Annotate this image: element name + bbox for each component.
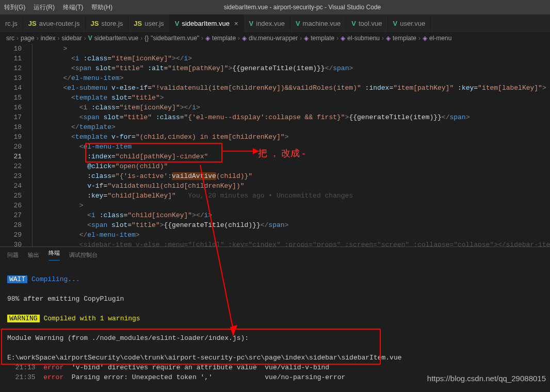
tab-avue-router[interactable]: JSavue-router.js xyxy=(23,14,86,32)
error-msg: Parsing error: Unexpected token ',' vue/… xyxy=(63,373,345,381)
vue-icon: V xyxy=(393,20,398,27)
panel-tab-terminal[interactable]: 终端 xyxy=(48,249,60,260)
crumb[interactable]: src xyxy=(6,35,14,42)
annotation-box xyxy=(85,143,222,162)
chevron-right-icon: › xyxy=(140,35,142,42)
vue-icon: V xyxy=(296,20,300,27)
tab-user-vue[interactable]: Vuser.vue xyxy=(388,14,431,32)
crumb[interactable]: "sidebarItem.vue" xyxy=(151,35,199,42)
error-kw: error xyxy=(43,364,63,371)
tab-label: sidebarItem.vue xyxy=(182,20,230,27)
crumb[interactable]: sidebar xyxy=(61,35,82,42)
terminal-text: Compiled with 1 warnings xyxy=(43,315,140,322)
error-loc: 21:35 xyxy=(7,373,43,381)
code-line: > xyxy=(31,201,550,210)
code-line: </el-menu-item> xyxy=(31,230,550,240)
terminal-output[interactable]: WAIT Compiling... 98% after emitting Cop… xyxy=(0,263,550,392)
line-number: 25 xyxy=(0,191,22,201)
crumb[interactable]: div.menu-wrapper xyxy=(249,35,298,42)
line-number: 16 xyxy=(0,103,22,112)
js-icon: JS xyxy=(28,20,37,27)
line-number: 19 xyxy=(0,132,22,142)
crumb[interactable]: template xyxy=(311,35,334,42)
line-number: 14 xyxy=(0,83,22,93)
line-number: 15 xyxy=(0,93,22,103)
code-line: <span slot="title" :alt="item[pathKey]">… xyxy=(31,63,550,73)
chevron-right-icon: › xyxy=(238,35,240,42)
panel-tabs: 问题 输出 终端 调试控制台 xyxy=(0,247,550,263)
crumb[interactable]: index xyxy=(41,35,56,42)
terminal-text: 98% after emitting CopyPlugin xyxy=(7,295,124,303)
vue-icon: V xyxy=(249,20,254,27)
tab-rc-js[interactable]: rc.js xyxy=(0,14,23,32)
menu-terminal[interactable]: 终端(T) xyxy=(59,3,87,12)
line-number: 20 xyxy=(0,142,22,152)
line-number: 26 xyxy=(0,201,22,210)
tab-sidebaritem[interactable]: VsidebarItem.vue× xyxy=(170,14,244,32)
chevron-right-icon: › xyxy=(300,35,302,42)
tab-label: tool.vue xyxy=(359,20,382,27)
line-number-gutter: 10 11 12 13 14 15 16 17 18 19 20 21 22 2… xyxy=(0,44,31,247)
annotation-box-terminal xyxy=(1,329,381,365)
vue-icon: V xyxy=(175,20,180,27)
code-line: </el-menu-item> xyxy=(31,73,550,83)
line-number: 13 xyxy=(0,73,22,83)
js-icon: JS xyxy=(134,20,142,27)
terminal-text: Compiling... xyxy=(31,275,80,283)
chevron-right-icon: › xyxy=(37,35,39,42)
panel-tab-output[interactable]: 输出 xyxy=(28,251,39,259)
line-number: 10 xyxy=(0,44,22,54)
chevron-right-icon: › xyxy=(418,35,420,42)
line-number: 24 xyxy=(0,181,22,191)
chevron-right-icon: › xyxy=(382,35,384,42)
crumb[interactable]: page xyxy=(21,35,35,42)
tab-label: user.vue xyxy=(400,20,425,27)
code-line: > xyxy=(31,44,550,54)
wait-badge: WAIT xyxy=(7,275,27,283)
crumb[interactable]: {} xyxy=(144,35,149,42)
chevron-right-icon: › xyxy=(201,35,203,42)
vue-icon: V xyxy=(351,20,356,27)
tab-store[interactable]: JSstore.js xyxy=(86,14,129,32)
close-icon[interactable]: × xyxy=(232,20,238,27)
tab-user-js[interactable]: JSuser.js xyxy=(128,14,169,32)
panel-tab-debug[interactable]: 调试控制台 xyxy=(69,251,98,259)
menu-goto[interactable]: 转到(G) xyxy=(0,3,29,12)
tab-label: index.vue xyxy=(256,20,285,27)
code-line: <template v-for="(child,cindex) in item[… xyxy=(31,132,550,142)
line-number: 18 xyxy=(0,122,22,132)
line-number: 22 xyxy=(0,161,22,171)
tab-label: rc.js xyxy=(5,20,18,27)
code-line: <span slot="title" :class="{'el-menu--di… xyxy=(31,112,550,122)
code-line: <sidebar-item v-else :menu="[child]" :ke… xyxy=(31,240,550,247)
crumb[interactable]: el-menu xyxy=(429,35,451,42)
panel-tab-problems[interactable]: 问题 xyxy=(7,251,19,259)
chevron-right-icon: › xyxy=(336,35,338,42)
tab-index-vue[interactable]: Vindex.vue xyxy=(244,14,290,32)
annotation-text: 把 ， 改成 - xyxy=(258,147,305,159)
editor[interactable]: 10 11 12 13 14 15 16 17 18 19 20 21 22 2… xyxy=(0,44,550,247)
code-line: :key="child[labelKey]" You, 20 minutes a… xyxy=(31,191,550,201)
crumb[interactable]: sidebarItem.vue xyxy=(94,35,138,42)
crumb[interactable]: template xyxy=(212,35,236,42)
breadcrumb[interactable]: src› page› index› sidebar› VsidebarItem.… xyxy=(0,32,550,44)
line-number: 30 xyxy=(0,240,22,250)
menubar: 转到(G) 运行(R) 终端(T) 帮助(H) sidebarItem.vue … xyxy=(0,0,550,14)
line-number: 29 xyxy=(0,230,22,240)
crumb[interactable]: template xyxy=(393,35,416,42)
git-blame-hint: You, 20 minutes ago • Uncommitted change… xyxy=(188,192,353,200)
error-kw: error xyxy=(43,373,63,381)
line-number: 11 xyxy=(0,54,22,63)
tab-tool[interactable]: Vtool.vue xyxy=(346,14,387,32)
crumb[interactable]: el-submenu xyxy=(347,35,380,42)
menu-help[interactable]: 帮助(H) xyxy=(87,3,117,12)
menu-run[interactable]: 运行(R) xyxy=(29,3,59,12)
code-line: @click="open(child)" xyxy=(31,161,550,171)
line-number: 23 xyxy=(0,171,22,181)
tab-machine[interactable]: Vmachine.vue xyxy=(290,14,346,32)
error-msg: 'v-bind' directives require an attribute… xyxy=(63,364,329,371)
chevron-right-icon: › xyxy=(57,35,59,42)
code-line: <el-submenu v-else-if="!validatenull(ite… xyxy=(31,83,550,93)
tab-bar: rc.js JSavue-router.js JSstore.js JSuser… xyxy=(0,14,550,32)
code-line: <template slot="title"> xyxy=(31,93,550,103)
